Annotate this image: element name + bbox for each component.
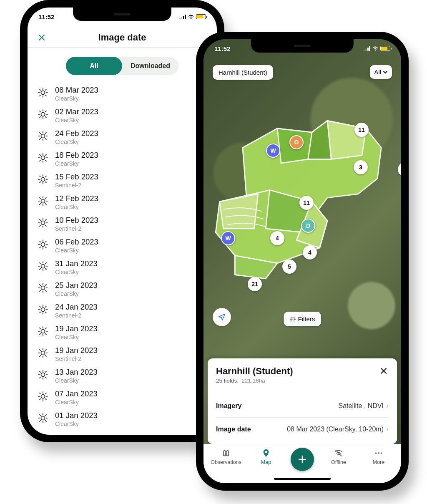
map-marker[interactable]: 4 <box>270 231 284 245</box>
image-date-label: 18 Feb 2023 <box>55 151 98 160</box>
image-date-label: 24 Feb 2023 <box>55 129 98 138</box>
image-source-label: ClearSky <box>55 204 98 211</box>
map-marker[interactable]: 21 <box>248 277 262 291</box>
image-source-label: ClearSky <box>55 95 98 102</box>
sun-icon <box>38 131 48 141</box>
list-item[interactable]: 12 Feb 2023 ClearSky <box>38 191 217 213</box>
sun-icon <box>38 391 48 402</box>
list-item[interactable]: 02 Mar 2023 ClearSky <box>38 104 217 126</box>
close-button[interactable] <box>37 33 47 43</box>
list-item[interactable]: 13 Jan 2023 ClearSky <box>38 365 217 386</box>
image-date-row[interactable]: Image date 08 Mar 2023 (ClearSky, 10-20m… <box>216 417 389 441</box>
tab-observations[interactable]: Observations <box>211 449 241 465</box>
list-item[interactable]: 24 Jan 2023 Sentinel-2 <box>38 300 217 321</box>
segmented-control: All Downloaded <box>66 57 178 75</box>
svg-point-15 <box>41 416 45 420</box>
list-item[interactable]: 24 Feb 2023 ClearSky <box>38 126 217 148</box>
image-source-label: ClearSky <box>55 399 98 406</box>
sun-icon <box>38 174 48 185</box>
tab-map[interactable]: Map <box>251 449 281 465</box>
sun-icon <box>38 196 48 207</box>
image-date-label: 25 Jan 2023 <box>55 281 98 290</box>
phone-right: 11:52 Harnhill (Student) All WO113211D4W… <box>196 32 409 491</box>
farm-selector-chip[interactable]: Harnhill (Student) <box>213 65 273 80</box>
farm-bottom-sheet: Harnhill (Student) 25 fields, 221.16ha I… <box>208 358 397 444</box>
tab-all[interactable]: All <box>66 57 122 75</box>
list-item[interactable]: 07 Jan 2023 ClearSky <box>38 386 217 408</box>
tab-downloaded[interactable]: Downloaded <box>122 57 178 75</box>
status-time: 11:52 <box>38 13 54 20</box>
map-marker[interactable]: 5 <box>282 260 296 274</box>
image-date-label: 08 Mar 2023 <box>55 86 98 95</box>
svg-point-19 <box>381 452 382 454</box>
tab-offline[interactable]: Offline <box>323 449 354 465</box>
svg-point-0 <box>41 91 45 94</box>
map-marker[interactable]: W <box>266 144 280 158</box>
list-item[interactable]: 25 Jan 2023 ClearSky <box>38 278 217 300</box>
layer-filter-chip[interactable]: All <box>370 65 392 79</box>
svg-point-2 <box>41 134 45 138</box>
tab-bar: Observations Map Offline <box>203 444 401 483</box>
home-indicator[interactable] <box>274 478 331 480</box>
image-date-label: 06 Feb 2023 <box>55 237 98 247</box>
sun-icon <box>38 304 48 315</box>
svg-point-12 <box>41 351 45 355</box>
locate-me-button[interactable] <box>213 308 231 326</box>
list-item[interactable]: 31 Jan 2023 ClearSky <box>38 256 217 278</box>
image-date-label: 01 Jan 2023 <box>55 411 98 420</box>
map-marker[interactable]: 11 <box>299 196 314 210</box>
sun-icon <box>38 261 48 272</box>
sun-icon <box>38 326 48 337</box>
phone-left: 11:52 Image date All Downloaded 0 <box>20 0 224 442</box>
image-date-label: 19 Jan 2023 <box>55 324 98 333</box>
svg-point-10 <box>41 307 45 311</box>
list-item[interactable]: 10 Feb 2023 Sentinel-2 <box>38 213 217 234</box>
list-item[interactable]: 18 Feb 2023 ClearSky <box>38 148 217 169</box>
image-source-label: ClearSky <box>55 247 98 254</box>
list-item[interactable]: 26 Dec 2022 <box>38 430 217 434</box>
image-date-label: 02 Mar 2023 <box>55 107 98 116</box>
svg-point-18 <box>378 452 379 454</box>
chevron-right-icon: › <box>386 401 389 410</box>
offline-icon <box>334 449 343 458</box>
modal-header: Image date <box>28 28 217 48</box>
cellular-icon <box>179 15 186 19</box>
filters-button[interactable]: Filters <box>284 312 321 326</box>
map-marker[interactable]: D <box>301 219 315 233</box>
image-date-list[interactable]: 08 Mar 2023 ClearSky 02 Mar 2023 ClearSk… <box>28 80 217 434</box>
svg-point-11 <box>41 329 45 333</box>
sun-icon <box>38 369 48 380</box>
map-marker[interactable]: 4 <box>303 245 317 260</box>
sun-icon <box>38 282 48 293</box>
image-source-label: Sentinel-2 <box>55 355 98 363</box>
list-item[interactable]: 01 Jan 2023 ClearSky <box>38 408 217 430</box>
list-item[interactable]: 06 Feb 2023 ClearSky <box>38 234 217 256</box>
list-item[interactable]: 19 Jan 2023 Sentinel-2 <box>38 343 217 365</box>
tab-more[interactable]: More <box>363 449 394 465</box>
image-date-label: 24 Jan 2023 <box>55 302 98 312</box>
map-marker[interactable]: W <box>221 231 235 245</box>
list-item[interactable]: 08 Mar 2023 ClearSky <box>38 83 217 104</box>
list-item[interactable]: 15 Feb 2023 Sentinel-2 <box>38 169 217 191</box>
imagery-row[interactable]: Imagery Satellite , NDVI› <box>216 394 389 417</box>
add-button[interactable] <box>291 448 314 471</box>
image-source-label: Sentinel-2 <box>55 225 98 232</box>
layer-filter-label: All <box>374 68 381 76</box>
svg-point-7 <box>41 242 45 246</box>
list-item[interactable]: 19 Jan 2023 ClearSky <box>38 321 217 343</box>
svg-point-1 <box>41 112 45 116</box>
image-source-label: ClearSky <box>55 334 98 341</box>
location-arrow-icon <box>218 313 226 321</box>
map-marker[interactable]: 3 <box>354 160 368 174</box>
cellular-icon <box>364 46 371 51</box>
map-marker[interactable]: O <box>289 135 304 149</box>
chevron-down-icon <box>383 70 388 75</box>
wifi-icon <box>188 14 194 19</box>
sheet-close-button[interactable] <box>379 366 389 377</box>
map-marker[interactable]: 11 <box>354 123 369 137</box>
svg-point-8 <box>41 264 45 268</box>
sun-icon <box>38 87 48 98</box>
svg-point-4 <box>41 177 45 181</box>
status-time: 11:52 <box>214 45 230 52</box>
image-source-label: ClearSky <box>55 377 98 384</box>
